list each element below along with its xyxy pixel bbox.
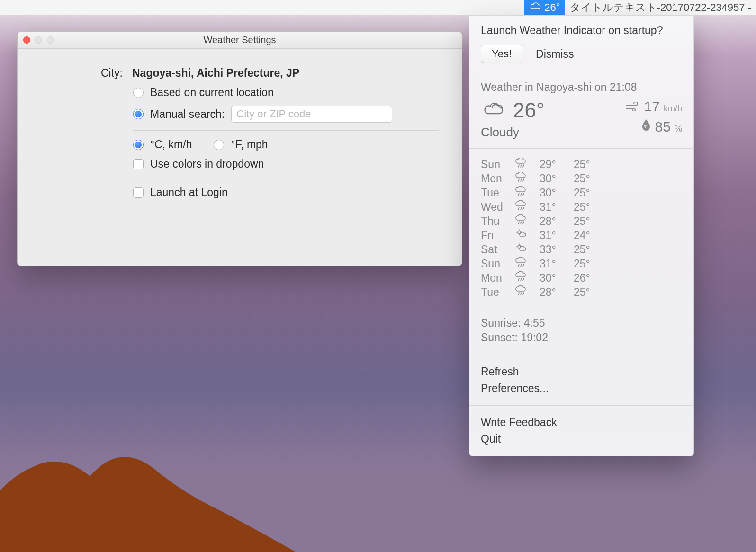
desktop-wallpaper-mountain	[0, 424, 313, 552]
forecast-row: Tue30°25°	[481, 186, 682, 200]
forecast-day: Thu	[481, 215, 511, 228]
checkbox-use-colors[interactable]	[133, 159, 144, 169]
window-titlebar[interactable]: Weather Settings	[18, 32, 462, 49]
checkbox-launch-login[interactable]	[133, 187, 144, 198]
forecast-row: Mon30°26°	[481, 271, 682, 285]
weather-settings-window: Weather Settings City: Nagoya-shi, Aichi…	[17, 31, 462, 266]
wind-icon	[625, 101, 640, 114]
divider	[133, 130, 439, 131]
summary-heading: Weather in Nagoya-shi on 21:08	[481, 81, 682, 94]
menu-actions-section: Refresh Preferences...	[469, 355, 693, 406]
window-title: Weather Settings	[18, 35, 462, 45]
weather-condition-icon	[515, 200, 536, 214]
forecast-row: Wed31°25°	[481, 200, 682, 214]
forecast-low: 25°	[574, 201, 604, 214]
checkbox-launch-login-label: Launch at Login	[150, 186, 228, 199]
forecast-day: Sun	[481, 158, 511, 171]
forecast-low: 25°	[574, 215, 604, 228]
startup-prompt-section: Launch Weather Indicator on startup? Yes…	[469, 16, 693, 72]
menubar-weather-item[interactable]: 26°	[524, 0, 565, 15]
forecast-high: 33°	[540, 243, 570, 256]
weather-condition-icon	[515, 186, 536, 199]
forecast-high: 30°	[540, 187, 570, 199]
forecast-high: 29°	[540, 158, 570, 171]
current-temperature: 26°	[513, 98, 545, 122]
city-label: City:	[40, 67, 126, 80]
current-description: Cloudy	[481, 125, 545, 140]
forecast-row: Mon30°25°	[481, 171, 682, 186]
humidity-icon: %	[641, 118, 651, 134]
forecast-low: 25°	[574, 286, 604, 299]
preferences-menuitem[interactable]: Preferences...	[481, 380, 682, 397]
humidity-unit: %	[675, 124, 682, 134]
radio-units-metric-label: °C, km/h	[150, 138, 192, 151]
dismiss-button[interactable]: Dismiss	[536, 48, 574, 61]
weather-condition-icon	[515, 158, 536, 171]
minimize-icon[interactable]	[35, 36, 42, 44]
menubar-document-title: タイトルテキスト-20170722-234957 -	[565, 0, 756, 15]
forecast-high: 31°	[540, 229, 570, 242]
sunset-text: Sunset: 19:02	[481, 331, 682, 344]
forecast-low: 26°	[574, 272, 604, 285]
startup-prompt-text: Launch Weather Indicator on startup?	[481, 24, 682, 37]
forecast-high: 30°	[540, 172, 570, 185]
forecast-low: 25°	[574, 243, 604, 256]
forecast-high: 28°	[540, 215, 570, 228]
forecast-row: Fri31°24°	[481, 228, 682, 242]
humidity-value: 85	[655, 119, 671, 135]
radio-units-imperial[interactable]	[214, 140, 224, 150]
weather-condition-icon	[515, 271, 536, 285]
menubar-temp: 26°	[544, 1, 560, 14]
radio-manual-search[interactable]	[133, 109, 144, 119]
weather-condition-icon	[515, 243, 536, 256]
forecast-section: Sun29°25°Mon30°25°Tue30°25°Wed31°25°Thu2…	[469, 149, 693, 308]
wind-unit: km/h	[664, 104, 682, 114]
forecast-high: 30°	[540, 272, 570, 285]
forecast-low: 25°	[574, 187, 604, 199]
settings-content: City: Nagoya-shi, Aichi Prefecture, JP B…	[18, 49, 462, 223]
forecast-high: 31°	[540, 201, 570, 214]
current-weather-section: Weather in Nagoya-shi on 21:08 26° Cloud…	[469, 72, 693, 149]
radio-units-metric[interactable]	[133, 140, 144, 150]
radio-current-location-label: Based on current location	[150, 86, 274, 99]
quit-menuitem[interactable]: Quit	[481, 431, 682, 447]
weather-condition-icon	[515, 214, 536, 228]
feedback-menuitem[interactable]: Write Feedback	[481, 414, 682, 431]
refresh-menuitem[interactable]: Refresh	[481, 364, 682, 380]
city-value: Nagoya-shi, Aichi Prefecture, JP	[132, 67, 299, 80]
svg-point-1	[518, 231, 521, 234]
forecast-day: Mon	[481, 272, 511, 285]
checkbox-use-colors-label: Use colors in dropdown	[150, 158, 264, 170]
forecast-day: Tue	[481, 286, 511, 299]
forecast-day: Mon	[481, 172, 511, 185]
zoom-icon[interactable]	[47, 36, 54, 44]
forecast-day: Sat	[481, 243, 511, 256]
weather-condition-icon	[515, 229, 536, 242]
sun-times-section: Sunrise: 4:55 Sunset: 19:02	[469, 308, 693, 355]
radio-current-location[interactable]	[133, 88, 144, 98]
forecast-day: Sun	[481, 258, 511, 270]
weather-condition-icon	[515, 257, 536, 270]
cloud-icon	[529, 1, 541, 14]
weather-dropdown-panel: Launch Weather Indicator on startup? Yes…	[469, 15, 694, 456]
weather-condition-icon	[515, 172, 536, 185]
forecast-row: Thu28°25°	[481, 214, 682, 228]
cloudy-icon	[481, 99, 506, 121]
forecast-row: Sun29°25°	[481, 157, 682, 171]
forecast-low: 25°	[574, 172, 604, 185]
city-search-input[interactable]	[231, 106, 392, 123]
forecast-day: Fri	[481, 229, 511, 242]
radio-manual-search-label: Manual search:	[150, 108, 225, 121]
divider	[133, 178, 439, 178]
forecast-day: Wed	[481, 201, 511, 214]
yes-button[interactable]: Yes!	[481, 45, 522, 63]
wind-value: 17	[644, 98, 660, 115]
radio-units-imperial-label: °F, mph	[231, 138, 268, 151]
svg-point-2	[518, 245, 521, 248]
forecast-low: 25°	[574, 258, 604, 270]
close-icon[interactable]	[23, 36, 30, 44]
menu-actions-section-2: Write Feedback Quit	[469, 406, 693, 456]
forecast-high: 31°	[540, 258, 570, 270]
forecast-row: Sun31°25°	[481, 257, 682, 271]
forecast-day: Tue	[481, 187, 511, 199]
